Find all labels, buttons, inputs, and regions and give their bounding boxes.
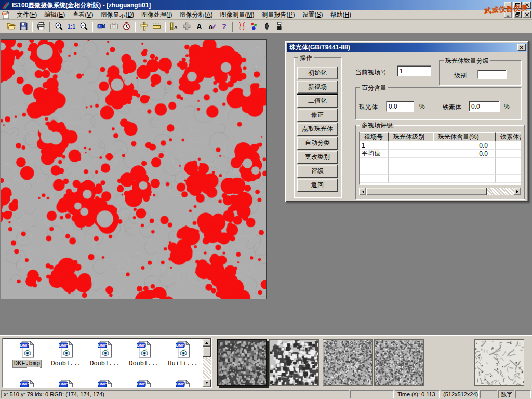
table-row[interactable] bbox=[360, 175, 521, 183]
scroll-down-button[interactable] bbox=[203, 379, 211, 387]
menu-image-display[interactable]: 图像显示(D) bbox=[97, 10, 138, 20]
file-scrollbar-thumb[interactable] bbox=[203, 347, 211, 357]
table-horizontal-scrollbar[interactable] bbox=[359, 188, 521, 195]
column-header: 珠光体级别 bbox=[389, 132, 433, 141]
close-button[interactable] bbox=[523, 2, 531, 9]
application-window: 武威仪器仪表 IS100显微摄像系统(金相分析版) - [zhuguangti0… bbox=[0, 0, 532, 399]
child-minimize-button[interactable] bbox=[504, 11, 512, 18]
scale-label-button[interactable]: A bbox=[168, 21, 180, 33]
particle-classify-button[interactable] bbox=[248, 21, 260, 33]
file-item[interactable]: BMP bbox=[8, 380, 46, 388]
table-cell bbox=[496, 158, 521, 166]
thumbnail-4[interactable] bbox=[374, 339, 424, 386]
status-panel-blank-3 bbox=[515, 390, 531, 398]
minimize-button[interactable] bbox=[504, 2, 512, 9]
table-row[interactable]: 10.0 bbox=[360, 141, 521, 150]
status-panel-blank-2 bbox=[480, 390, 497, 398]
toolbar-separator bbox=[32, 22, 33, 32]
grid-button[interactable] bbox=[180, 21, 193, 33]
table-row[interactable]: 平均值0.0 bbox=[360, 150, 521, 158]
zoom-in-icon bbox=[55, 22, 63, 32]
menu-image-measure[interactable]: 图像测量(M) bbox=[216, 10, 258, 20]
video-camera-icon bbox=[97, 22, 106, 32]
zoom-out-button[interactable] bbox=[77, 21, 90, 33]
annotate-button[interactable]: A bbox=[205, 21, 218, 33]
ferrite-percent-input[interactable] bbox=[469, 101, 500, 112]
thumbnail-2[interactable] bbox=[269, 339, 319, 386]
print-button[interactable] bbox=[35, 21, 47, 33]
maximize-button[interactable] bbox=[513, 2, 522, 9]
dialog-title-bar[interactable]: 珠光体(GB/T9441-88) bbox=[287, 43, 527, 52]
snapshot-button[interactable] bbox=[108, 21, 120, 33]
file-item[interactable]: BMPHuiTi... bbox=[164, 341, 202, 367]
timer-button[interactable] bbox=[120, 21, 132, 33]
file-item[interactable]: BMP bbox=[47, 380, 85, 388]
file-item[interactable]: BMPDoubl... bbox=[125, 341, 163, 367]
open-image-button[interactable] bbox=[5, 21, 17, 33]
file-item[interactable]: BMPDoubl... bbox=[86, 341, 124, 367]
thumbnail-1[interactable] bbox=[217, 339, 267, 386]
table-cell bbox=[389, 141, 433, 150]
dialog-close-button[interactable] bbox=[517, 44, 526, 51]
new-field-button[interactable]: 新视场 bbox=[297, 81, 338, 94]
actual-size-button[interactable]: 1:1 bbox=[65, 21, 77, 33]
pick-pearlite-button[interactable]: 点取珠光体 bbox=[297, 123, 338, 136]
scroll-right-button[interactable] bbox=[514, 188, 521, 195]
svg-text:A: A bbox=[208, 23, 213, 30]
ruler-measure-button[interactable] bbox=[150, 21, 163, 33]
change-class-button[interactable]: 更改类别 bbox=[297, 151, 338, 164]
correct-button[interactable]: 修正 bbox=[297, 109, 338, 122]
pearlite-dialog: 珠光体(GB/T9441-88) 操作 初始化新视场二值化修正点取珠光体自动分类… bbox=[285, 41, 529, 202]
pearlite-percent-input[interactable] bbox=[386, 101, 414, 112]
scroll-left-button[interactable] bbox=[359, 188, 366, 195]
menu-image-process[interactable]: 图像处理(I) bbox=[138, 10, 176, 20]
table-cell bbox=[496, 175, 521, 183]
scroll-up-button[interactable] bbox=[203, 339, 211, 347]
video-capture-button[interactable] bbox=[95, 21, 108, 33]
menu-image-analysis[interactable]: 图像分析(A) bbox=[176, 10, 216, 20]
table-row[interactable] bbox=[360, 158, 521, 166]
mdi-child-controls bbox=[504, 11, 531, 18]
scrollbar-thumb[interactable] bbox=[366, 188, 487, 195]
menu-settings[interactable]: 设置(S) bbox=[298, 10, 326, 20]
menu-measure-report[interactable]: 测量报告(P) bbox=[258, 10, 298, 20]
menu-view[interactable]: 查看(V) bbox=[69, 10, 97, 20]
table-row[interactable] bbox=[360, 166, 521, 175]
thumbnail-5[interactable] bbox=[474, 339, 524, 386]
help-button[interactable]: ? bbox=[218, 21, 230, 33]
text-button[interactable]: A bbox=[193, 21, 205, 33]
pearlite-percent-label: 珠光体 bbox=[359, 103, 378, 112]
zoom-out-icon bbox=[79, 22, 88, 32]
menu-edit[interactable]: 编辑(E) bbox=[41, 10, 69, 20]
menu-file[interactable]: 文件(F) bbox=[13, 10, 41, 20]
brush-button[interactable] bbox=[273, 21, 285, 33]
file-item[interactable]: BMP bbox=[164, 380, 202, 388]
grade-input[interactable] bbox=[477, 70, 507, 79]
svg-text:A: A bbox=[196, 22, 202, 30]
file-list[interactable]: BMPDKF.bmpBMPDoubl...BMPDoubl...BMPDoubl… bbox=[2, 338, 212, 388]
file-item[interactable]: BMP bbox=[125, 380, 163, 388]
caliper-measure-button[interactable] bbox=[138, 21, 150, 33]
file-item[interactable]: BMP bbox=[86, 380, 124, 388]
child-restore-button[interactable] bbox=[513, 11, 522, 18]
file-item[interactable]: BMPDoubl... bbox=[47, 341, 85, 367]
zoom-in-button[interactable] bbox=[52, 21, 65, 33]
save-image-button[interactable] bbox=[17, 21, 30, 33]
current-field-input[interactable] bbox=[397, 65, 431, 76]
auto-classify-button[interactable]: 自动分类 bbox=[297, 137, 338, 150]
return-button[interactable]: 返回 bbox=[297, 179, 338, 192]
grade-button[interactable]: 评级 bbox=[297, 165, 338, 178]
thumbnail-3[interactable] bbox=[323, 339, 373, 386]
pen-button[interactable] bbox=[260, 21, 273, 33]
table-cell bbox=[389, 175, 433, 183]
metallograph-image[interactable] bbox=[1, 39, 267, 299]
initialize-button[interactable]: 初始化 bbox=[297, 66, 338, 79]
file-list-scrollbar[interactable] bbox=[203, 339, 211, 387]
binarize-button[interactable]: 二值化 bbox=[297, 95, 338, 108]
red-curves-icon bbox=[237, 22, 246, 32]
curve-measure-button[interactable] bbox=[235, 21, 248, 33]
menu-help[interactable]: 帮助(H) bbox=[326, 10, 355, 20]
file-item[interactable]: BMPDKF.bmp bbox=[8, 341, 46, 367]
rating-table[interactable]: 视场号珠光体级别珠光体含量(%)铁素体含量(%)10.0平均值0.0 bbox=[359, 132, 521, 185]
child-close-button[interactable] bbox=[523, 11, 531, 18]
